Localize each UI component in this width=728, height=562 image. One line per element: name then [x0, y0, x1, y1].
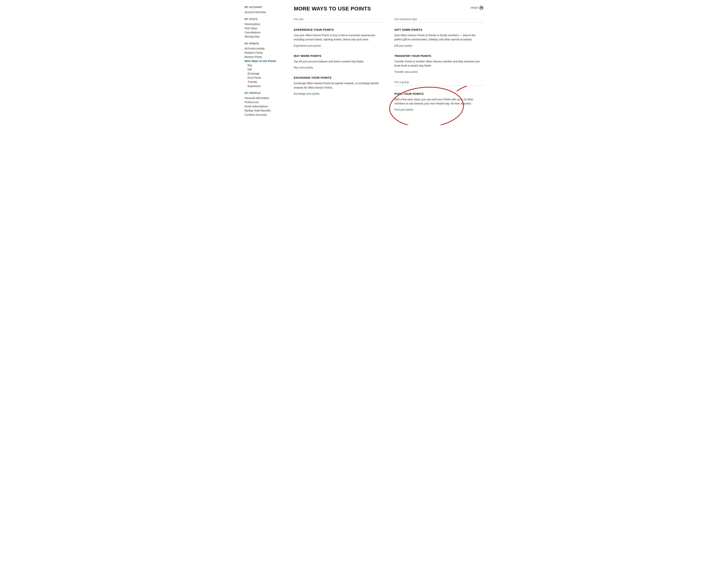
page-title: MORE WAYS TO USE POINTS [294, 6, 371, 12]
sidebar-item-gift[interactable]: Gift [245, 67, 282, 71]
sidebar-item-restore-points[interactable]: Restore Points [245, 55, 282, 59]
sidebar-item-all-points-activity[interactable]: All Points Activity [245, 46, 282, 51]
main-content: MORE WAYS TO USE POINTS PRINT For you EX… [286, 6, 483, 119]
buy-more-points-title: BUY MORE POINTS [294, 54, 383, 57]
sidebar-item-reservations[interactable]: Reservations [245, 22, 282, 26]
sidebar-item-buy[interactable]: Buy [245, 63, 282, 67]
pool-points-link[interactable]: Pool your points [394, 108, 413, 111]
sidebar-item-cancellations[interactable]: Cancellations [245, 30, 282, 35]
sidebar-item-myway-hotel-benefits[interactable]: MyWay Hotel Benefits [245, 108, 282, 113]
experience-points-link[interactable]: Experience your points [294, 44, 321, 47]
sidebar-item-past-stays[interactable]: Past Stays [245, 26, 282, 30]
sidebar-item-more-ways[interactable]: More Ways to Use Points [245, 59, 282, 63]
exchange-points-link[interactable]: Exchange your points [294, 92, 319, 95]
sidebar-item-personal-information[interactable]: Personal Information [245, 96, 282, 100]
my-points-section-label: MY POINTS [245, 42, 282, 45]
sidebar-item-preferences[interactable]: Preferences [245, 100, 282, 104]
gift-points-title: GIFT SOME POINTS [394, 28, 483, 31]
gift-points-description: Give Hilton Honors Points to friends or … [394, 33, 483, 42]
print-icon [479, 6, 483, 10]
content-columns: For you EXPERIENCE YOUR POINTS Use your … [294, 17, 483, 119]
sidebar-item-pool-points[interactable]: Pool Points [245, 76, 282, 80]
pool-points-section: POOL YOUR POINTS With a few easy steps, … [394, 91, 483, 113]
transfer-points-link[interactable]: Transfer your points [394, 70, 418, 73]
buy-more-points-description: Top off your account balance and book a … [294, 59, 383, 64]
sidebar-item-transfer[interactable]: Transfer [245, 80, 282, 84]
transfer-points-section: TRANSFER YOUR POINTS Transfer Points to … [394, 54, 483, 74]
exchange-points-section: EXCHANGE YOUR POINTS Exchange Hilton Hon… [294, 76, 383, 95]
sidebar-item-account-overview[interactable]: Account Overview [245, 10, 282, 14]
for-you-column: For you EXPERIENCE YOUR POINTS Use your … [294, 17, 383, 119]
exchange-points-description: Exchange Hilton Honors Points for partne… [294, 81, 383, 90]
pool-points-title: POOL YOUR POINTS [394, 92, 483, 95]
my-stays-section-label: MY STAYS [245, 18, 282, 20]
print-button[interactable]: PRINT [471, 6, 483, 10]
my-profile-section-label: MY PROFILE [245, 92, 282, 94]
for-a-group-label: For a group [394, 80, 483, 86]
gift-points-section: GIFT SOME POINTS Give Hilton Honors Poin… [394, 28, 483, 47]
for-someone-column: For someone else GIFT SOME POINTS Give H… [394, 17, 483, 119]
experience-points-description: Use your Hilton Honors Points to buy or … [294, 33, 383, 42]
buy-more-points-link[interactable]: Buy more points [294, 66, 313, 69]
sidebar-item-experience[interactable]: Experience [245, 84, 282, 88]
sidebar-item-missing-stay[interactable]: Missing Stay [245, 35, 282, 39]
svg-rect-1 [480, 8, 482, 9]
transfer-points-title: TRANSFER YOUR POINTS [394, 54, 483, 57]
gift-points-link[interactable]: Gift your points [394, 44, 412, 47]
pool-points-description: With a few easy steps, you can pool your… [394, 97, 483, 106]
exchange-points-title: EXCHANGE YOUR POINTS [294, 76, 383, 79]
sidebar-item-email-subscriptions[interactable]: Email Subscriptions [245, 104, 282, 108]
my-account-section-label: MY ACCOUNT [245, 6, 282, 9]
for-you-label: For you [294, 17, 383, 23]
experience-points-section: EXPERIENCE YOUR POINTS Use your Hilton H… [294, 28, 383, 47]
experience-points-title: EXPERIENCE YOUR POINTS [294, 28, 383, 31]
print-label: PRINT [471, 6, 478, 9]
sidebar-item-redeem-points[interactable]: Redeem Points [245, 51, 282, 55]
sidebar-item-exchange[interactable]: Exchange [245, 71, 282, 76]
sidebar-item-combine-accounts[interactable]: Combine Accounts [245, 113, 282, 117]
sidebar: MY ACCOUNT Account Overview MY STAYS Res… [245, 6, 286, 119]
for-someone-label: For someone else [394, 17, 483, 23]
transfer-points-description: Transfer Points to another Hilton Honors… [394, 59, 483, 68]
main-header: MORE WAYS TO USE POINTS PRINT [294, 6, 483, 12]
buy-more-points-section: BUY MORE POINTS Top off your account bal… [294, 54, 383, 69]
